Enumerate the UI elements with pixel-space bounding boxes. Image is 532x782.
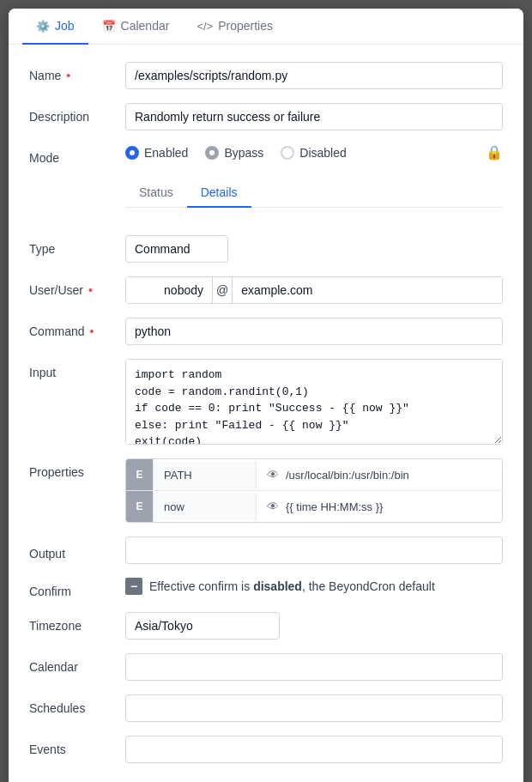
user-right-input[interactable]: [233, 277, 502, 303]
eye-icon-now: 👁: [267, 500, 279, 513]
at-symbol: @: [212, 277, 233, 303]
prop-value-now: 👁 {{ time HH:MM:ss }}: [257, 493, 502, 520]
tab-job-label: Job: [55, 19, 75, 33]
tab-properties[interactable]: </> Properties: [183, 9, 287, 45]
input-label: Input: [29, 359, 115, 379]
calendar-icon: 📅: [102, 20, 116, 33]
name-input[interactable]: [125, 62, 503, 89]
prop-name-path: PATH: [154, 462, 257, 488]
input-textarea[interactable]: import random code = random.randint(0,1)…: [125, 359, 503, 445]
user-label: User/User •: [29, 276, 115, 297]
name-row: Name •: [29, 62, 503, 89]
tab-properties-label: Properties: [218, 19, 273, 33]
confirm-suffix: , the BeyondCron default: [302, 579, 435, 593]
output-input[interactable]: [125, 536, 503, 564]
command-row: Command •: [29, 318, 503, 345]
type-label: Type: [29, 235, 115, 256]
confirm-bold: disabled: [253, 579, 302, 593]
output-row: Output: [29, 536, 503, 564]
name-required: •: [63, 69, 70, 82]
prop-e-btn-now[interactable]: E: [126, 491, 154, 522]
calendar-row: Calendar: [29, 653, 503, 681]
confirm-label: Confirm: [29, 578, 115, 598]
tab-calendar[interactable]: 📅 Calendar: [88, 9, 184, 45]
confirm-dash-icon[interactable]: −: [125, 578, 142, 595]
user-left-input[interactable]: [126, 277, 212, 303]
mode-enabled[interactable]: Enabled: [125, 146, 188, 160]
prop-row-path: E PATH 👁 /usr/local/bin:/usr/bin:/bin: [126, 459, 502, 491]
events-input[interactable]: [125, 736, 503, 763]
schedules-label: Schedules: [29, 694, 115, 715]
calendar-input[interactable]: [125, 653, 503, 681]
mode-label: Mode: [29, 144, 115, 165]
events-row: Events: [29, 736, 503, 763]
prop-e-btn-path[interactable]: E: [126, 459, 154, 490]
mode-enabled-label: Enabled: [144, 146, 188, 160]
command-label: Command •: [29, 318, 115, 338]
mode-disabled-label: Disabled: [299, 146, 346, 160]
user-row: User/User • @: [29, 276, 503, 304]
type-row: Type: [29, 235, 503, 263]
radio-bypass: [205, 146, 219, 160]
confirm-value: − Effective confirm is disabled, the Bey…: [125, 578, 503, 595]
main-window: ⚙️ Job 📅 Calendar </> Properties Name • …: [9, 9, 523, 782]
subtab-details[interactable]: Details: [187, 179, 251, 208]
confirm-text: Effective confirm is disabled, the Beyon…: [149, 579, 435, 593]
prop-value-path: 👁 /usr/local/bin:/usr/bin:/bin: [257, 461, 502, 488]
subtabs-row: Status Details: [29, 179, 503, 221]
tab-bar: ⚙️ Job 📅 Calendar </> Properties: [9, 9, 523, 45]
calendar-field-label: Calendar: [29, 653, 115, 674]
timezone-row: Timezone: [29, 612, 503, 640]
properties-row: Properties E PATH 👁 /usr/local/bin:/usr/…: [29, 458, 503, 523]
user-required: •: [85, 283, 93, 297]
eye-icon-path: 👁: [267, 468, 279, 482]
mode-bypass-label: Bypass: [224, 146, 263, 160]
command-required: •: [87, 324, 94, 338]
mode-disabled[interactable]: Disabled: [281, 146, 346, 160]
tab-job[interactable]: ⚙️ Job: [22, 9, 88, 45]
timezone-label: Timezone: [29, 612, 115, 633]
events-label: Events: [29, 736, 115, 756]
mode-options: Enabled Bypass Disabled: [125, 146, 347, 160]
form-content: Name • Description Mode Enabled: [9, 45, 523, 782]
command-input[interactable]: [125, 318, 503, 345]
lock-icon: 🔒: [486, 144, 503, 161]
tab-calendar-label: Calendar: [121, 19, 170, 33]
schedules-input[interactable]: [125, 694, 503, 722]
radio-disabled: [281, 146, 294, 160]
output-label: Output: [29, 540, 115, 561]
mode-options-container: Enabled Bypass Disabled 🔒: [125, 144, 503, 161]
code-icon: </>: [196, 20, 213, 33]
confirm-row: Confirm − Effective confirm is disabled,…: [29, 578, 503, 598]
properties-label: Properties: [29, 458, 115, 479]
description-input[interactable]: [125, 103, 503, 130]
description-label: Description: [29, 103, 115, 124]
schedules-row: Schedules: [29, 694, 503, 722]
name-label: Name •: [29, 62, 115, 82]
type-input[interactable]: [125, 235, 228, 263]
prop-name-now: now: [154, 494, 257, 520]
mode-row: Mode Enabled Bypass Disabled: [29, 144, 503, 165]
timezone-input[interactable]: [125, 612, 280, 640]
gear-icon: ⚙️: [36, 20, 50, 33]
properties-table: E PATH 👁 /usr/local/bin:/usr/bin:/bin E: [125, 458, 503, 523]
mode-bypass[interactable]: Bypass: [205, 146, 263, 160]
user-input-group: @: [125, 276, 503, 304]
subtabs: Status Details: [125, 179, 503, 208]
prop-row-now: E now 👁 {{ time HH:MM:ss }}: [126, 491, 502, 522]
input-row: Input import random code = random.randin…: [29, 359, 503, 445]
radio-enabled: [125, 146, 139, 160]
description-row: Description: [29, 103, 503, 130]
subtab-status[interactable]: Status: [125, 179, 187, 208]
